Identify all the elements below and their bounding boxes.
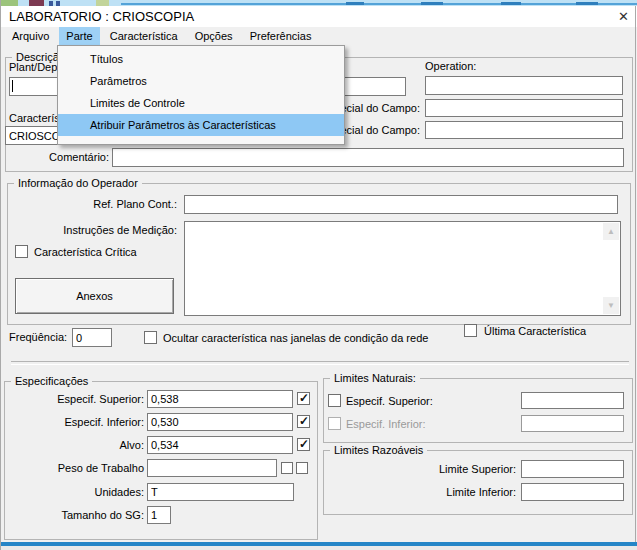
- menu-dropdown: Títulos Parâmetros Limites de Controle A…: [57, 45, 345, 145]
- separator-line: [11, 361, 629, 365]
- campo-especial-row3-input[interactable]: [425, 121, 623, 139]
- plant-dep-label: Plant/Dep: [9, 61, 57, 74]
- especif-superior-input[interactable]: [147, 390, 293, 408]
- limites-naturais-superior-checkbox[interactable]: [328, 394, 341, 407]
- especif-superior-checkbox[interactable]: [297, 392, 310, 405]
- title-bar: LABORATORIO : CRIOSCOPIA ✕: [1, 6, 637, 27]
- menu-item-parametros[interactable]: Parâmetros: [58, 70, 344, 92]
- tamanho-sg-input[interactable]: [147, 506, 171, 524]
- ultima-checkbox[interactable]: [464, 324, 477, 337]
- instrucoes-label: Instruções de Medição:: [61, 224, 177, 237]
- instrucoes-textarea[interactable]: ▲ ▼: [184, 221, 621, 316]
- ultima-label: Última Característica: [484, 325, 586, 338]
- operation-input[interactable]: [425, 76, 623, 95]
- menu-item-limites-de-controle[interactable]: Limites de Controle: [58, 92, 344, 114]
- menubar-item-parte[interactable]: Parte: [59, 27, 99, 45]
- limites-naturais-inferior-checkbox[interactable]: [328, 417, 341, 430]
- group-especificacoes-legend: Especificações: [11, 375, 92, 388]
- limites-naturais-inferior-input[interactable]: [521, 415, 624, 432]
- comentario-input[interactable]: [112, 148, 624, 167]
- operation-label: Operation:: [425, 60, 476, 73]
- limite-inferior-input[interactable]: [521, 483, 624, 501]
- limite-inferior-label: Limite Inferior:: [401, 486, 516, 499]
- alvo-checkbox[interactable]: [297, 438, 310, 451]
- strip-fragment: [346, 2, 364, 5]
- limite-superior-label: Limite Superior:: [401, 463, 516, 476]
- group-limites-razoaveis-legend: Limites Razoáveis: [330, 444, 427, 457]
- peso-trabalho-input[interactable]: [147, 459, 277, 477]
- caracteristica-critica-label: Característica Crítica: [34, 246, 137, 259]
- anexos-button[interactable]: Anexos: [15, 278, 174, 314]
- scrollbar-down-icon[interactable]: ▼: [603, 297, 619, 314]
- menubar: Arquivo Parte Característica Opções Pref…: [3, 27, 633, 45]
- limites-naturais-superior-label: Especif. Superior:: [346, 395, 433, 408]
- menu-item-atribuir-parametros[interactable]: Atribuir Parâmetros às Características: [58, 114, 344, 136]
- menubar-item-caracteristica[interactable]: Característica: [103, 27, 185, 45]
- comentario-label: Comentário:: [9, 151, 109, 164]
- tamanho-sg-label: Tamanho do SG:: [41, 509, 144, 522]
- menubar-item-preferencias[interactable]: Preferências: [243, 27, 319, 45]
- limite-superior-input[interactable]: [521, 460, 624, 478]
- alvo-input[interactable]: [147, 436, 293, 454]
- frequencia-label: Freqüência:: [9, 331, 67, 344]
- group-limites-naturais: Limites Naturais:: [323, 378, 633, 443]
- ref-plano-input[interactable]: [184, 195, 618, 214]
- ocultar-label: Ocultar característica nas janelas de co…: [163, 332, 428, 345]
- peso-checkbox-2[interactable]: [296, 462, 308, 474]
- unidades-label: Unidades:: [41, 486, 144, 499]
- group-informacao-operador-legend: Informação do Operador: [14, 177, 142, 190]
- unidades-input[interactable]: [147, 483, 294, 501]
- peso-trabalho-label: Peso de Trabalho: [41, 462, 144, 475]
- frequencia-input[interactable]: [72, 328, 112, 347]
- peso-checkbox-1[interactable]: [281, 462, 293, 474]
- close-icon[interactable]: ✕: [618, 9, 629, 24]
- bottom-backdrop: [1, 546, 637, 550]
- menu-item-titulos[interactable]: Títulos: [58, 48, 344, 70]
- window-right-border: [635, 6, 636, 542]
- limites-naturais-inferior-label: Especif. Inferior:: [346, 418, 425, 431]
- group-limites-naturais-legend: Limites Naturais:: [330, 372, 420, 385]
- strip-fragment: [121, 3, 637, 5]
- text-caret: [12, 80, 13, 92]
- window-title: LABORATORIO : CRIOSCOPIA: [9, 10, 194, 23]
- especif-inferior-label: Especif. Inferior:: [41, 416, 144, 429]
- anexos-button-label: Anexos: [76, 290, 113, 302]
- especif-inferior-checkbox[interactable]: [297, 415, 310, 428]
- caracteristica-critica-checkbox[interactable]: [15, 245, 28, 258]
- strip-fragment: [576, 2, 598, 5]
- especif-superior-label: Especif. Superior:: [41, 393, 144, 406]
- especif-inferior-input[interactable]: [147, 413, 293, 431]
- alvo-label: Alvo:: [41, 439, 144, 452]
- menubar-item-opcoes[interactable]: Opções: [188, 27, 240, 45]
- ref-plano-label: Ref. Plano Cont.:: [67, 198, 177, 211]
- strip-fragment: [501, 2, 521, 5]
- menubar-item-arquivo[interactable]: Arquivo: [5, 27, 56, 45]
- scrollbar-up-icon[interactable]: ▲: [603, 223, 619, 240]
- limites-naturais-superior-input[interactable]: [521, 392, 624, 409]
- strip-fragment: [421, 2, 443, 5]
- dialog-window: LABORATORIO : CRIOSCOPIA ✕ Arquivo Parte…: [0, 0, 637, 550]
- ocultar-checkbox[interactable]: [144, 331, 157, 344]
- campo-especial-row2-input[interactable]: [425, 99, 623, 117]
